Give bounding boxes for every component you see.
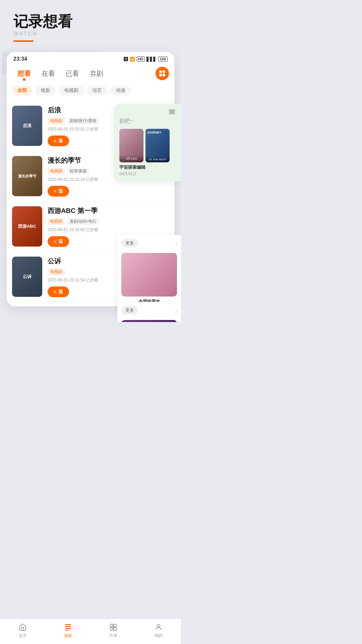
right-peek-top: 🅽 剧吧~ 4月14日 JOURNEY TO THE WEST 宇宙探索编辑 0…	[114, 104, 181, 181]
chevron-right-icon: ›	[175, 242, 177, 247]
status-icons: 🅽 📶 HD ▋▋▋ 100	[124, 56, 168, 62]
filter-tv[interactable]: 电视剧	[59, 86, 84, 96]
item-tags: 电视剧 喜剧/动作/奇幻	[48, 218, 169, 225]
poster-gongsu[interactable]: 公诉	[12, 257, 42, 297]
grid-icon	[159, 70, 166, 77]
movie-title-peek: 宇宙探索编辑	[119, 164, 177, 170]
item-meta: 2023-06-01 23:32:00 已想看	[48, 227, 169, 233]
type-tag: 电视剧	[48, 218, 65, 225]
page-subtitle: WATCH	[13, 31, 168, 37]
nfc-icon: 🅽	[124, 57, 128, 62]
genre-tag: 喜剧/动作/奇幻	[67, 218, 99, 225]
hd-icon: HD	[137, 56, 145, 62]
svg-rect-1	[163, 70, 165, 73]
chase-label: 追	[58, 138, 63, 144]
peek-poster-2[interactable]: JOURNEY TO THE WEST	[145, 129, 170, 162]
right-peek-middle: 更多 › 令我的喜欢	[117, 235, 181, 309]
filter-row: 全部 电影 电视剧 综艺 动漫	[7, 82, 174, 98]
tab-bar: 想看 在看 已看 弃剧	[7, 64, 174, 82]
chase-icon: ≡	[54, 189, 56, 194]
type-tag: 电视剧	[48, 268, 65, 275]
chase-button-2[interactable]: ≡ 追	[48, 186, 69, 197]
wifi-icon: 📶	[130, 57, 135, 62]
chase-label: 追	[58, 289, 63, 295]
recommend-poster[interactable]	[121, 253, 177, 297]
status-time: 23:34	[13, 56, 27, 62]
chase-label: 追	[58, 238, 63, 245]
signal-icon: ▋▋▋	[146, 57, 157, 62]
poster-manchangjijie[interactable]: 漫长的季节	[12, 156, 42, 196]
status-bar: 23:34 🅽 📶 HD ▋▋▋ 100	[7, 52, 174, 64]
header-area: 记录想看 WATCH	[0, 0, 181, 49]
poster-label: 西游ABC	[12, 206, 42, 247]
grid-view-button[interactable]	[156, 67, 169, 80]
tab-dropped[interactable]: 弃剧	[84, 68, 109, 79]
item-title: 西游ABC 第一季	[48, 206, 169, 215]
chase-button-3[interactable]: ≡ 追	[48, 236, 69, 247]
type-tag: 电视剧	[48, 168, 65, 175]
filter-anime[interactable]: 动漫	[111, 86, 131, 96]
tab-watched[interactable]: 已看	[60, 68, 84, 79]
chase-button-1[interactable]: ≡ 追	[48, 136, 69, 146]
peek-bottom-poster[interactable]	[121, 320, 177, 322]
poster-label: 公诉	[12, 257, 42, 297]
page-title: 记录想看	[13, 13, 168, 30]
header-underline	[13, 40, 34, 42]
more-button-2[interactable]: 更多	[121, 306, 138, 315]
genre-tag: 剧情/医疗/爱情	[67, 117, 99, 124]
chase-icon: ≡	[54, 239, 56, 244]
chevron-right-icon-2: ›	[175, 309, 177, 314]
poster-xiyouabc[interactable]: 西游ABC	[12, 206, 42, 247]
nfc-badge: 🅽	[167, 109, 177, 115]
svg-rect-3	[163, 74, 165, 76]
filter-movie[interactable]: 电影	[36, 86, 56, 96]
peek-posters: 4月14日 JOURNEY TO THE WEST	[119, 129, 177, 162]
peek-poster-1[interactable]: 4月14日	[119, 129, 143, 162]
chase-button-4[interactable]: ≡ 追	[48, 286, 69, 297]
tab-watching[interactable]: 在看	[36, 68, 60, 79]
more-button[interactable]: 更多	[121, 239, 138, 248]
chase-icon: ≡	[54, 289, 56, 294]
movie-date-peek: 04月01日	[119, 171, 177, 177]
genre-tag: 犯罪/家庭	[67, 168, 89, 175]
drama-label: 剧吧~	[119, 118, 177, 125]
svg-rect-0	[159, 70, 162, 73]
poster-label: 漫长的季节	[12, 156, 42, 196]
poster-houlang[interactable]: 后浪	[12, 106, 42, 146]
battery-indicator: 100	[158, 56, 168, 62]
chase-label: 追	[58, 188, 63, 194]
poster-label: 后浪	[12, 106, 42, 146]
type-tag: 电视剧	[48, 117, 65, 124]
filter-variety[interactable]: 综艺	[87, 86, 107, 96]
chase-icon: ≡	[54, 138, 56, 144]
filter-all[interactable]: 全部	[12, 86, 32, 96]
svg-rect-2	[159, 74, 162, 76]
right-peek-bottom: 更多 ›	[117, 302, 181, 322]
tab-want-watch[interactable]: 想看	[12, 68, 36, 79]
